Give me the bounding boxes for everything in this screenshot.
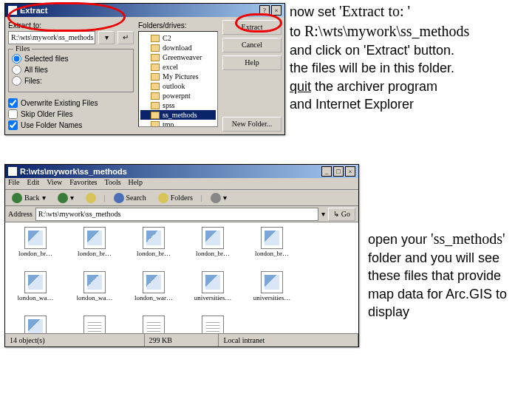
back-button[interactable]: Back▾ — [8, 191, 50, 205]
file-item[interactable]: london_br… — [128, 227, 180, 267]
back-icon — [12, 193, 22, 203]
file-icon — [143, 316, 165, 333]
file-item[interactable]: london_br… — [69, 227, 120, 267]
file-icon — [83, 227, 106, 249]
folder-tree[interactable]: C2downloadGreenweaverexcelMy Picturesout… — [138, 31, 218, 127]
tree-item[interactable]: My Pictures — [140, 72, 216, 81]
toolbar: Back▾ ▾ | Search Folders | ▾ — [5, 190, 358, 206]
tree-item[interactable]: Greenweaver — [140, 52, 216, 62]
tree-item[interactable]: C2 — [140, 33, 216, 43]
annotation-oval-path — [7, 2, 126, 32]
file-item[interactable]: london_wa… — [69, 271, 120, 311]
check-use-folder-names[interactable]: Use Folder Names — [8, 120, 134, 130]
file-item[interactable]: london_br… — [10, 227, 61, 267]
file-item[interactable]: london_wa… — [10, 271, 61, 311]
file-item[interactable]: universities… — [187, 271, 239, 311]
maximize-button[interactable]: □ — [333, 166, 344, 177]
menu-item[interactable]: File — [8, 178, 20, 189]
menu-item[interactable]: Help — [129, 178, 143, 189]
file-name: universities… — [253, 295, 291, 302]
search-button[interactable]: Search — [110, 191, 150, 205]
up-button[interactable] — [82, 191, 100, 205]
radio-selected-files[interactable]: Selected files — [12, 54, 130, 64]
file-icon — [261, 227, 283, 249]
folder-icon — [151, 35, 160, 42]
tree-item[interactable]: spss — [140, 100, 216, 110]
extract-left-column: Extract to: R:\wts\mywork\ss_methods ▾ ↵… — [8, 20, 134, 132]
file-name: london_br… — [255, 250, 289, 258]
file-item[interactable]: london_br… — [246, 227, 298, 267]
status-objects: 14 object(s) — [5, 334, 145, 347]
status-size: 299 KB — [145, 334, 219, 347]
files-group: Files Selected files All files Files: — [8, 49, 134, 92]
tree-item[interactable]: outlook — [140, 81, 216, 91]
file-icon — [24, 227, 47, 249]
folders-drives-label: Folders/drives: — [138, 21, 218, 30]
tree-item-label: tmp — [163, 120, 174, 127]
tree-item[interactable]: excel — [140, 62, 216, 72]
tree-item-label: powerpnt — [163, 92, 191, 100]
views-button[interactable]: ▾ — [207, 191, 231, 205]
help-button[interactable]: Help — [222, 55, 282, 70]
file-item[interactable]: universities… — [128, 316, 180, 333]
up-folder-button[interactable]: ↵ — [117, 31, 134, 44]
radio-files-pattern[interactable]: Files: — [12, 76, 130, 86]
menu-item[interactable]: Favorites — [69, 178, 97, 189]
menu-item[interactable]: View — [47, 178, 62, 189]
file-icon — [202, 316, 224, 333]
file-icon — [143, 271, 165, 293]
menu-item[interactable]: Tools — [105, 178, 121, 189]
explorer-window: R:\wts\mywork\ss_methods _ □ × FileEditV… — [4, 164, 359, 347]
folder-icon — [151, 54, 160, 61]
folder-icon — [151, 64, 160, 71]
menu-bar[interactable]: FileEditViewFavoritesToolsHelp — [5, 178, 358, 190]
folder-icon — [151, 121, 160, 128]
tree-item-label: download — [163, 44, 191, 52]
cancel-button[interactable]: Cancel — [222, 38, 282, 52]
search-icon — [114, 193, 124, 203]
address-bar: Address R:\wts\mywork\ss_methods ▾ ↳ Go — [5, 206, 358, 222]
radio-all-files[interactable]: All files — [12, 65, 130, 75]
folder-icon — [151, 92, 160, 100]
address-label: Address — [8, 210, 33, 218]
file-listing[interactable]: london_br…london_br…london_br…london_br…… — [5, 222, 358, 333]
folders-icon — [158, 193, 168, 203]
folders-button[interactable]: Folders — [154, 191, 197, 205]
tree-item[interactable]: ss_methods — [140, 110, 216, 120]
up-icon — [86, 193, 96, 203]
forward-button[interactable]: ▾ — [54, 191, 78, 205]
file-item[interactable]: cho.dbf — [10, 316, 61, 333]
new-folder-button[interactable]: New Folder... — [222, 117, 282, 132]
address-input[interactable]: R:\wts\mywork\ss_methods — [35, 208, 318, 221]
tree-item-label: outlook — [163, 82, 185, 90]
dropdown-button[interactable]: ▾ — [98, 31, 115, 44]
folder-icon — [151, 44, 160, 52]
tree-item-label: C2 — [163, 34, 171, 42]
file-item[interactable]: universities… — [69, 316, 120, 333]
file-item[interactable]: universities… — [187, 316, 239, 333]
check-overwrite[interactable]: Overwrite Existing Files — [8, 98, 134, 108]
folder-icon — [151, 83, 160, 90]
file-icon — [143, 227, 165, 249]
file-item[interactable]: london_war… — [128, 271, 180, 311]
tree-item-label: spss — [163, 101, 175, 109]
minimize-button[interactable]: _ — [321, 166, 332, 177]
tree-item-label: ss_methods — [163, 111, 197, 119]
file-name: universities… — [194, 295, 232, 302]
folder-icon — [151, 112, 160, 119]
tree-item[interactable]: download — [140, 43, 216, 52]
file-item[interactable]: universities… — [246, 271, 298, 311]
check-skip-older[interactable]: Skip Older Files — [8, 109, 134, 119]
extract-to-input[interactable]: R:\wts\mywork\ss_methods — [8, 31, 95, 44]
tree-item[interactable]: tmp — [140, 120, 216, 127]
file-item[interactable]: london_br… — [187, 227, 239, 267]
explorer-titlebar[interactable]: R:\wts\mywork\ss_methods _ □ × — [5, 165, 358, 178]
tree-item[interactable]: powerpnt — [140, 91, 216, 100]
status-zone: Local intranet — [219, 334, 358, 347]
extract-mid-column: Folders/drives: C2downloadGreenweaverexc… — [138, 20, 218, 132]
extract-right-column: Extract Cancel Help New Folder... — [222, 20, 282, 132]
go-button[interactable]: ↳ Go — [328, 208, 355, 221]
tree-item-label: My Pictures — [163, 72, 199, 81]
close-button[interactable]: × — [345, 166, 355, 177]
menu-item[interactable]: Edit — [27, 178, 40, 189]
